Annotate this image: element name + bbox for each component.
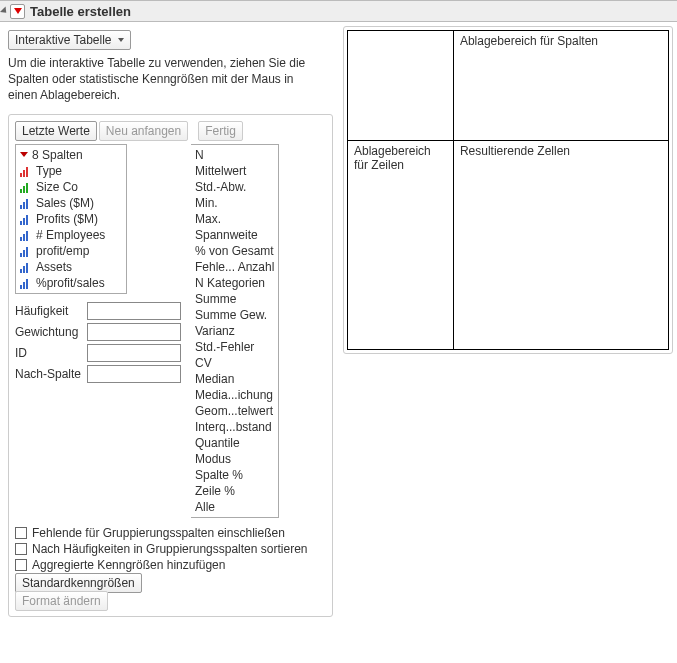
columns-list-header[interactable]: 8 Spalten xyxy=(20,147,124,163)
column-label: Profits ($M) xyxy=(36,212,98,226)
hotspot-triangle-icon xyxy=(14,8,22,14)
stats-list[interactable]: NMittelwertStd.-Abw.Min.Max.Spannweite% … xyxy=(191,144,279,518)
column-label: Sales ($M) xyxy=(36,196,94,210)
config-box: Letzte Werte Neu anfangen Fertig 8 Spalt… xyxy=(8,114,333,617)
dropzone-top-left[interactable] xyxy=(348,31,454,141)
stat-item[interactable]: Min. xyxy=(195,195,274,211)
stat-item[interactable]: Summe xyxy=(195,291,274,307)
stat-item[interactable]: N Kategorien xyxy=(195,275,274,291)
start-over-button: Neu anfangen xyxy=(99,121,188,141)
column-type-icon xyxy=(20,230,32,240)
dropzone-rows[interactable]: Ablagebereich für Zeilen xyxy=(348,141,454,350)
column-label: Type xyxy=(36,164,62,178)
stat-item[interactable]: Std.-Fehler xyxy=(195,339,274,355)
done-button: Fertig xyxy=(198,121,243,141)
stat-item[interactable]: Spannweite xyxy=(195,227,274,243)
agg-label: Aggregierte Kenngrößen hinzufügen xyxy=(32,558,225,572)
stat-item[interactable]: % von Gesamt xyxy=(195,243,274,259)
column-type-icon xyxy=(20,278,32,288)
column-type-icon xyxy=(20,166,32,176)
panel-header: Tabelle erstellen xyxy=(0,0,677,22)
table-type-dropdown[interactable]: Interaktive Tabelle xyxy=(8,30,131,50)
chevron-down-icon xyxy=(118,38,124,42)
description-text: Um die interaktive Tabelle zu verwenden,… xyxy=(8,55,318,104)
freq-input[interactable] xyxy=(87,302,181,320)
column-type-icon xyxy=(20,198,32,208)
stat-item[interactable]: Spalte % xyxy=(195,467,274,483)
table-type-label: Interaktive Tabelle xyxy=(15,33,112,47)
missing-label: Fehlende für Gruppierungsspalten einschl… xyxy=(32,526,285,540)
column-item[interactable]: Assets xyxy=(20,259,124,275)
stat-item[interactable]: Median xyxy=(195,371,274,387)
column-item[interactable]: Sales ($M) xyxy=(20,195,124,211)
column-label: %profit/sales xyxy=(36,276,105,290)
stat-item[interactable]: Mittelwert xyxy=(195,163,274,179)
last-values-button[interactable]: Letzte Werte xyxy=(15,121,97,141)
agg-checkbox[interactable] xyxy=(15,559,27,571)
column-selector-icon xyxy=(20,152,28,157)
disclosure-triangle-icon[interactable] xyxy=(0,6,9,15)
stat-item[interactable]: Zeile % xyxy=(195,483,274,499)
column-item[interactable]: # Employees xyxy=(20,227,124,243)
stat-item[interactable]: Media...ichung xyxy=(195,387,274,403)
change-format-button: Format ändern xyxy=(15,591,108,611)
column-item[interactable]: Type xyxy=(20,163,124,179)
column-item[interactable]: Size Co xyxy=(20,179,124,195)
column-label: Size Co xyxy=(36,180,78,194)
dropzone-columns[interactable]: Ablagebereich für Spalten xyxy=(453,31,668,141)
column-item[interactable]: profit/emp xyxy=(20,243,124,259)
column-type-icon xyxy=(20,246,32,256)
freq-label: Häufigkeit xyxy=(15,304,87,318)
stat-item[interactable]: Geom...telwert xyxy=(195,403,274,419)
weight-input[interactable] xyxy=(87,323,181,341)
default-stats-button[interactable]: Standardkenngrößen xyxy=(15,573,142,593)
stat-item[interactable]: Interq...bstand xyxy=(195,419,274,435)
column-label: Assets xyxy=(36,260,72,274)
dropzone-columns-label: Ablagebereich für Spalten xyxy=(460,34,598,48)
stat-item[interactable]: Quantile xyxy=(195,435,274,451)
columns-list[interactable]: 8 Spalten TypeSize CoSales ($M)Profits (… xyxy=(15,144,127,294)
dropzone-cells-label: Resultierende Zellen xyxy=(460,144,570,158)
sort-checkbox[interactable] xyxy=(15,543,27,555)
id-label: ID xyxy=(15,346,87,360)
stat-item[interactable]: CV xyxy=(195,355,274,371)
sort-label: Nach Häufigkeiten in Gruppierungsspalten… xyxy=(32,542,308,556)
stat-item[interactable]: Modus xyxy=(195,451,274,467)
column-label: profit/emp xyxy=(36,244,89,258)
stat-item[interactable]: Max. xyxy=(195,211,274,227)
missing-checkbox[interactable] xyxy=(15,527,27,539)
id-input[interactable] xyxy=(87,344,181,362)
by-input[interactable] xyxy=(87,365,181,383)
dropzone-cells[interactable]: Resultierende Zellen xyxy=(453,141,668,350)
column-item[interactable]: Profits ($M) xyxy=(20,211,124,227)
panel-title: Tabelle erstellen xyxy=(30,4,131,19)
weight-label: Gewichtung xyxy=(15,325,87,339)
stat-item[interactable]: Summe Gew. xyxy=(195,307,274,323)
columns-count-label: 8 Spalten xyxy=(32,148,83,162)
column-type-icon xyxy=(20,262,32,272)
stat-item[interactable]: Fehle... Anzahl xyxy=(195,259,274,275)
stat-item[interactable]: N xyxy=(195,147,274,163)
column-item[interactable]: %profit/sales xyxy=(20,275,124,291)
column-label: # Employees xyxy=(36,228,105,242)
column-type-icon xyxy=(20,214,32,224)
drop-zone-panel: Ablagebereich für Spalten Ablagebereich … xyxy=(343,26,673,354)
dropzone-rows-label: Ablagebereich für Zeilen xyxy=(354,144,431,172)
by-label: Nach-Spalte xyxy=(15,367,87,381)
stat-item[interactable]: Alle xyxy=(195,499,274,515)
hotspot-menu-button[interactable] xyxy=(10,4,25,19)
column-type-icon xyxy=(20,182,32,192)
stat-item[interactable]: Std.-Abw. xyxy=(195,179,274,195)
stat-item[interactable]: Varianz xyxy=(195,323,274,339)
